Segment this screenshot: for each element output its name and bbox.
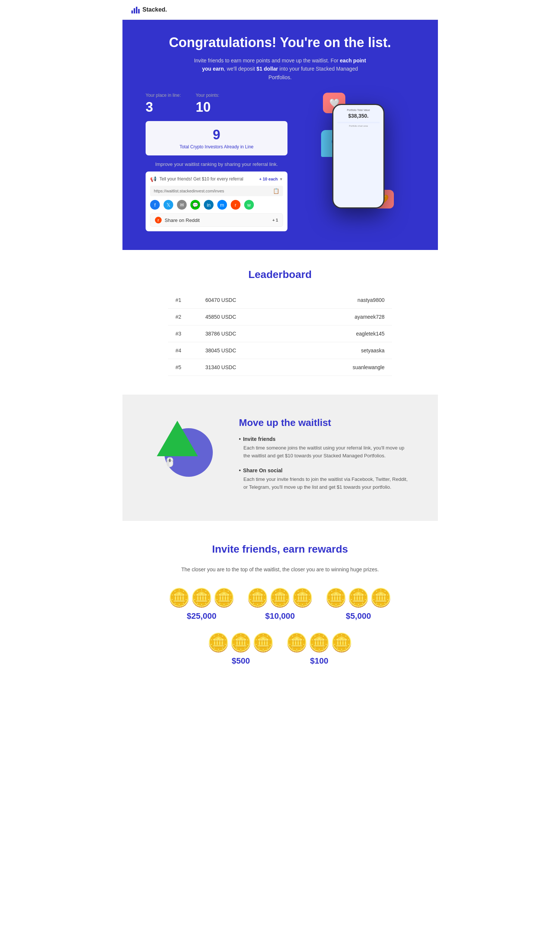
reddit-share-left: r Share on Reddit [155,217,200,223]
svg-rect-1 [131,11,133,14]
moveup-item-1-title: Invite friends [239,436,411,442]
leaderboard-title: Leaderboard [130,269,430,280]
social-icons: f 𝕏 ✉ 💬 in m r w [150,200,283,209]
hero-stats: Your place in line: 3 Your points: 10 [146,93,287,115]
reddit-plus-badge: + 1 [272,218,278,222]
leaderboard-row: #1 60470 USDC nastya9800 [168,292,392,309]
reddit-dot-icon: r [155,217,162,223]
lb-rank: #5 [175,364,205,370]
reward-item: 🪙🪙🪙 $100 [285,632,353,666]
moveup-graphic: 🖱️ [149,417,216,477]
moveup-item-2: Share On social Each time your invite fr… [239,467,411,491]
lb-amount: 60470 USDC [205,297,357,303]
lb-amount: 45850 USDC [205,314,354,320]
copy-button[interactable]: 📋 [273,188,279,194]
megaphone-icon: 📢 [150,176,156,182]
hero-right: 🤍 💙 🧡 Portfolio Total Value $38,350. Por… [302,93,414,220]
reddit-share-label: Share on Reddit [165,217,200,223]
reward-item: 🪙🪙🪙 $5,000 [325,587,392,621]
reward-item: 🪙🪙🪙 $10,000 [246,587,314,621]
triangle-shape [157,421,198,456]
leaderboard-section: Leaderboard #1 60470 USDC nastya9800 #2 … [123,250,438,394]
phone-mockup: 🤍 💙 🧡 Portfolio Total Value $38,350. Por… [321,93,396,220]
reddit-icon-small[interactable]: r [231,200,241,209]
lb-amount: 31340 USDC [205,364,353,370]
phone-portfolio-label: Portfolio Total Value [337,109,380,111]
hero-left: Your place in line: 3 Your points: 10 9 … [146,93,287,231]
moveup-item-1-text: Each time someone joins the waitlist usi… [239,444,411,460]
lb-amount: 38786 USDC [205,331,356,337]
header: Stacked. [123,0,438,20]
dropdown-arrow-icon[interactable]: ▼ [279,177,283,181]
hero-section: Congratulations! You're on the list. Inv… [123,20,438,250]
lb-rank: #4 [175,348,205,353]
svg-rect-2 [133,8,135,14]
hero-content: Your place in line: 3 Your points: 10 9 … [130,93,430,231]
linkedin-share-icon[interactable]: in [204,200,213,209]
place-label: Your place in line: [146,93,181,98]
reward-item: 🪙🪙🪙 $25,000 [168,587,235,621]
leaderboard-table: #1 60470 USDC nastya9800 #2 45850 USDC a… [168,292,392,376]
lb-user: setyaaska [361,348,385,353]
leaderboard-row: #2 45850 USDC ayameek728 [168,309,392,325]
moveup-title: Move up the waitlist [239,417,411,428]
lb-user: eagletek145 [356,331,385,337]
twitter-share-icon[interactable]: 𝕏 [164,200,173,209]
svg-rect-4 [138,9,140,14]
triangle-graphic: 🖱️ [153,417,213,477]
reddit-share-button[interactable]: r Share on Reddit + 1 [150,213,283,227]
coin-stack-icon: 🪙🪙🪙 [168,587,235,608]
reward-amount: $100 [285,656,353,666]
moveup-section: 🖱️ Move up the waitlist Invite friends E… [123,394,438,521]
whatsapp-share-icon[interactable]: w [244,200,254,209]
hero-title: Congratulations! You're on the list. [130,35,430,51]
phone-screen: Portfolio Total Value $38,350. Portfolio… [333,105,384,207]
invite-subtitle: The closer you are to the top of the wai… [130,567,430,573]
leaderboard-row: #4 38045 USDC setyaaska [168,342,392,359]
messenger-share-icon[interactable]: m [217,200,227,209]
reward-amount: $5,000 [325,611,392,621]
moveup-inner: 🖱️ Move up the waitlist Invite friends E… [149,417,411,499]
lb-rank: #1 [175,297,205,303]
leaderboard-row: #3 38786 USDC eagletek145 [168,325,392,342]
leaderboard-row: #5 31340 USDC suanlewangle [168,359,392,376]
coin-stack-icon: 🪙🪙🪙 [285,632,353,653]
lb-rank: #2 [175,314,205,320]
lb-rank: #3 [175,331,205,337]
coin-stack-icon: 🪙🪙🪙 [246,587,314,608]
moveup-item-2-text: Each time your invite friends to join th… [239,476,411,491]
investors-box: 9 Total Crypto Investors Already in Line [146,121,287,156]
reward-amount: $500 [207,656,275,666]
reward-amount: $10,000 [246,611,314,621]
referral-url: https://waitlist.stackedinvest.com/inves [154,189,270,193]
referral-header-left: 📢 Tell your friends! Get $10 for every r… [150,176,243,182]
logo-text: Stacked. [143,6,167,13]
place-stat: Your place in line: 3 [146,93,181,115]
reward-amount: $25,000 [168,611,235,621]
logo: Stacked. [130,5,167,15]
phone-body: Portfolio Total Value $38,350. Portfolio… [332,104,385,208]
lb-amount: 38045 USDC [205,348,361,353]
hero-subtitle: Invite friends to earn more points and m… [190,56,370,82]
rewards-row: 🪙🪙🪙 $25,000 🪙🪙🪙 $10,000 🪙🪙🪙 $5,000 🪙🪙🪙 $… [130,587,430,666]
lb-user: nastya9800 [357,297,385,303]
lb-user: suanlewangle [353,364,385,370]
referral-badge: + 10 each [259,177,278,181]
message-share-icon[interactable]: 💬 [190,200,200,209]
coin-stack-icon: 🪙🪙🪙 [207,632,275,653]
invite-title: Invite friends, earn rewards [130,543,430,555]
email-share-icon[interactable]: ✉ [177,200,187,209]
coin-stack-icon: 🪙🪙🪙 [325,587,392,608]
moveup-content: Move up the waitlist Invite friends Each… [239,417,411,499]
points-value: 10 [196,99,219,115]
reward-item: 🪙🪙🪙 $500 [207,632,275,666]
investors-number: 9 [155,127,279,143]
referral-header-text: Tell your friends! Get $10 for every ref… [160,176,243,182]
referral-url-row: https://waitlist.stackedinvest.com/inves… [150,186,283,196]
svg-rect-3 [136,7,137,14]
referral-header: 📢 Tell your friends! Get $10 for every r… [150,176,283,182]
moveup-item-2-title: Share On social [239,467,411,473]
investors-label: Total Crypto Investors Already in Line [155,144,279,149]
facebook-share-icon[interactable]: f [150,200,160,209]
phone-amount: $38,350. [337,113,380,119]
